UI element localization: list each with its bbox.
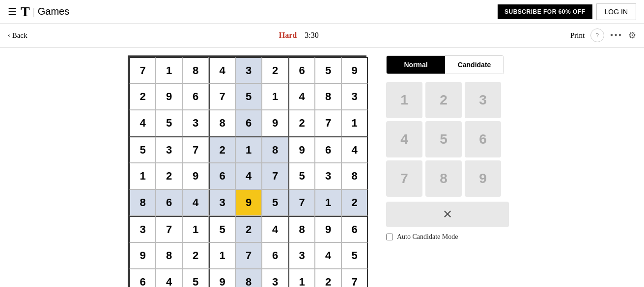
numpad-button-8[interactable]: 8 — [425, 160, 462, 197]
sudoku-cell[interactable]: 6 — [262, 242, 288, 269]
sudoku-cell[interactable]: 8 — [262, 136, 288, 163]
back-nav[interactable]: ‹ Back — [8, 31, 28, 40]
help-icon[interactable]: ? — [590, 28, 604, 42]
sudoku-cell[interactable]: 1 — [209, 242, 235, 269]
sudoku-cell[interactable]: 7 — [209, 83, 235, 110]
sudoku-cell[interactable]: 5 — [156, 110, 182, 136]
sudoku-cell[interactable]: 8 — [341, 163, 368, 189]
sudoku-cell[interactable]: 5 — [235, 83, 262, 110]
candidate-mode-button[interactable]: Candidate — [445, 56, 504, 74]
sudoku-cell[interactable]: 6 — [156, 189, 182, 216]
sudoku-cell[interactable]: 3 — [156, 136, 182, 163]
login-button[interactable]: LOG IN — [596, 3, 636, 20]
sudoku-cell[interactable]: 1 — [156, 57, 182, 83]
sudoku-cell[interactable]: 5 — [182, 269, 209, 287]
sudoku-cell[interactable]: 2 — [235, 216, 262, 242]
numpad-button-4[interactable]: 4 — [386, 121, 422, 157]
numpad-button-7[interactable]: 7 — [386, 160, 422, 197]
numpad-button-2[interactable]: 2 — [425, 82, 462, 118]
sudoku-cell[interactable]: 4 — [209, 57, 235, 83]
sudoku-cell[interactable]: 4 — [262, 216, 288, 242]
sudoku-cell[interactable]: 3 — [341, 83, 368, 110]
sudoku-cell[interactable]: 1 — [129, 163, 156, 189]
sudoku-cell[interactable]: 8 — [129, 189, 156, 216]
numpad-button-6[interactable]: 6 — [465, 121, 501, 157]
sudoku-cell[interactable]: 7 — [315, 110, 341, 136]
sudoku-cell[interactable]: 7 — [129, 57, 156, 83]
sudoku-cell[interactable]: 1 — [341, 110, 368, 136]
sudoku-cell[interactable]: 9 — [182, 163, 209, 189]
sudoku-cell[interactable]: 9 — [315, 216, 341, 242]
sudoku-cell[interactable]: 3 — [315, 163, 341, 189]
sudoku-cell[interactable]: 6 — [182, 83, 209, 110]
sudoku-cell[interactable]: 3 — [129, 216, 156, 242]
sudoku-cell[interactable]: 4 — [315, 242, 341, 269]
sudoku-cell[interactable]: 9 — [235, 189, 262, 216]
sudoku-cell[interactable]: 4 — [341, 136, 368, 163]
nyt-logo[interactable]: T | Games — [21, 4, 69, 20]
sudoku-cell[interactable]: 5 — [209, 216, 235, 242]
sudoku-cell[interactable]: 7 — [262, 163, 288, 189]
sudoku-cell[interactable]: 8 — [156, 242, 182, 269]
numpad-button-1[interactable]: 1 — [386, 82, 422, 118]
sudoku-cell[interactable]: 9 — [288, 136, 315, 163]
sudoku-cell[interactable]: 2 — [129, 83, 156, 110]
sudoku-cell[interactable]: 1 — [235, 136, 262, 163]
sudoku-cell[interactable]: 3 — [182, 110, 209, 136]
sudoku-cell[interactable]: 8 — [315, 83, 341, 110]
sudoku-cell[interactable]: 1 — [262, 83, 288, 110]
sudoku-cell[interactable]: 7 — [288, 189, 315, 216]
sudoku-cell[interactable]: 6 — [235, 110, 262, 136]
sudoku-cell[interactable]: 9 — [262, 110, 288, 136]
sudoku-cell[interactable]: 4 — [182, 189, 209, 216]
sudoku-cell[interactable]: 4 — [129, 110, 156, 136]
more-options-icon[interactable]: ••• — [610, 30, 622, 41]
sudoku-cell[interactable]: 6 — [288, 57, 315, 83]
sudoku-cell[interactable]: 4 — [288, 83, 315, 110]
sudoku-cell[interactable]: 3 — [288, 242, 315, 269]
sudoku-cell[interactable]: 8 — [209, 110, 235, 136]
sudoku-cell[interactable]: 1 — [315, 189, 341, 216]
sudoku-cell[interactable]: 2 — [262, 57, 288, 83]
sudoku-cell[interactable]: 5 — [129, 136, 156, 163]
sudoku-cell[interactable]: 6 — [129, 269, 156, 287]
sudoku-cell[interactable]: 7 — [341, 269, 368, 287]
sudoku-cell[interactable]: 6 — [341, 216, 368, 242]
auto-candidate-checkbox[interactable] — [386, 234, 393, 240]
sudoku-cell[interactable]: 9 — [156, 83, 182, 110]
sudoku-cell[interactable]: 5 — [315, 57, 341, 83]
sudoku-cell[interactable]: 8 — [288, 216, 315, 242]
numpad-button-3[interactable]: 3 — [465, 82, 501, 118]
sudoku-cell[interactable]: 3 — [209, 189, 235, 216]
sudoku-cell[interactable]: 5 — [341, 242, 368, 269]
sudoku-cell[interactable]: 5 — [262, 189, 288, 216]
sudoku-cell[interactable]: 2 — [156, 163, 182, 189]
erase-button[interactable]: ✕ — [386, 202, 509, 227]
sudoku-cell[interactable]: 4 — [235, 163, 262, 189]
numpad-button-9[interactable]: 9 — [465, 160, 501, 197]
hamburger-icon[interactable]: ☰ — [8, 6, 17, 18]
sudoku-cell[interactable]: 6 — [315, 136, 341, 163]
print-label[interactable]: Print — [570, 31, 585, 40]
sudoku-cell[interactable]: 8 — [182, 57, 209, 83]
settings-icon[interactable]: ⚙ — [628, 30, 636, 41]
sudoku-cell[interactable]: 6 — [209, 163, 235, 189]
subscribe-button[interactable]: SUBSCRIBE FOR 60% OFF — [498, 4, 592, 19]
sudoku-cell[interactable]: 5 — [288, 163, 315, 189]
sudoku-cell[interactable]: 9 — [341, 57, 368, 83]
sudoku-cell[interactable]: 2 — [288, 110, 315, 136]
sudoku-cell[interactable]: 2 — [315, 269, 341, 287]
numpad-button-5[interactable]: 5 — [425, 121, 462, 157]
sudoku-cell[interactable]: 1 — [182, 216, 209, 242]
sudoku-cell[interactable]: 7 — [235, 242, 262, 269]
sudoku-cell[interactable]: 3 — [235, 57, 262, 83]
sudoku-cell[interactable]: 1 — [288, 269, 315, 287]
sudoku-cell[interactable]: 7 — [156, 216, 182, 242]
sudoku-cell[interactable]: 3 — [262, 269, 288, 287]
sudoku-cell[interactable]: 9 — [209, 269, 235, 287]
sudoku-cell[interactable]: 7 — [182, 136, 209, 163]
normal-mode-button[interactable]: Normal — [387, 56, 445, 74]
sudoku-cell[interactable]: 4 — [156, 269, 182, 287]
sudoku-cell[interactable]: 2 — [182, 242, 209, 269]
sudoku-cell[interactable]: 2 — [209, 136, 235, 163]
